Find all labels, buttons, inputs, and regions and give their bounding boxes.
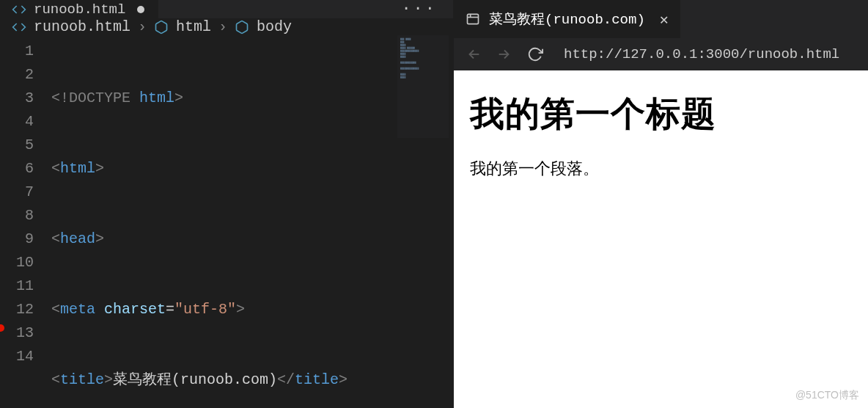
tab-actions-more[interactable]: ···	[401, 0, 437, 18]
minimap[interactable]: ███ ████ ███ ████ ████ ██████ ██████████…	[397, 35, 449, 138]
code-area[interactable]: 1 2 3 4 5 6 7 8 9 10 11 12 13 14 <!DOCTY…	[0, 35, 453, 408]
preview-nav-bar: http://127.0.0.1:3000/runoob.html	[454, 38, 868, 70]
code-file-icon	[12, 2, 26, 17]
breadcrumb-path-1: html	[176, 18, 211, 35]
chevron-right-icon: ›	[138, 18, 147, 35]
url-text[interactable]: http://127.0.0.1:3000/runoob.html	[564, 46, 839, 62]
editor-tab-title: runoob.html	[34, 1, 125, 18]
preview-content: 我的第一个标题 我的第一个段落。 @51CTO博客	[454, 70, 868, 408]
editor-tab-bar: runoob.html ···	[0, 0, 453, 18]
svg-rect-0	[468, 14, 479, 23]
symbol-icon	[235, 20, 249, 34]
code-line: <head>	[51, 227, 453, 251]
code-line: <title>菜鸟教程(runoob.com)</title>	[51, 368, 453, 392]
chevron-right-icon: ›	[218, 18, 227, 35]
preview-pane: 菜鸟教程(runoob.com) ✕ http://127.0.0.1:3000…	[453, 0, 868, 408]
back-button[interactable]	[466, 46, 482, 62]
preview-window-icon	[466, 12, 480, 26]
forward-button[interactable]	[496, 46, 512, 62]
editor-tab[interactable]: runoob.html	[0, 0, 158, 18]
preview-heading: 我的第一个标题	[470, 91, 852, 137]
editor-pane: runoob.html ··· runoob.html › html › bod…	[0, 0, 453, 408]
code-file-icon	[12, 20, 26, 34]
watermark: @51CTO博客	[795, 389, 859, 402]
tab-modified-dot	[137, 6, 144, 13]
symbol-icon	[154, 20, 169, 34]
breadcrumb[interactable]: runoob.html › html › body	[0, 18, 453, 35]
code-line: <html>	[51, 157, 453, 181]
code-line: <!DOCTYPE html>	[51, 87, 453, 110]
code-line: <meta charset="utf-8">	[51, 298, 453, 321]
code-body[interactable]: <!DOCTYPE html> <html> <head> <meta char…	[51, 35, 453, 408]
refresh-button[interactable]	[527, 46, 543, 62]
preview-paragraph: 我的第一个段落。	[470, 158, 852, 180]
preview-tab-bar: 菜鸟教程(runoob.com) ✕	[454, 0, 868, 38]
preview-tab-title: 菜鸟教程(runoob.com)	[489, 10, 645, 29]
close-icon[interactable]: ✕	[660, 10, 669, 29]
breadcrumb-path-2: body	[257, 18, 292, 35]
preview-tab[interactable]: 菜鸟教程(runoob.com) ✕	[454, 0, 680, 38]
line-gutter: 1 2 3 4 5 6 7 8 9 10 11 12 13 14	[0, 35, 51, 408]
breadcrumb-file: runoob.html	[34, 18, 130, 35]
